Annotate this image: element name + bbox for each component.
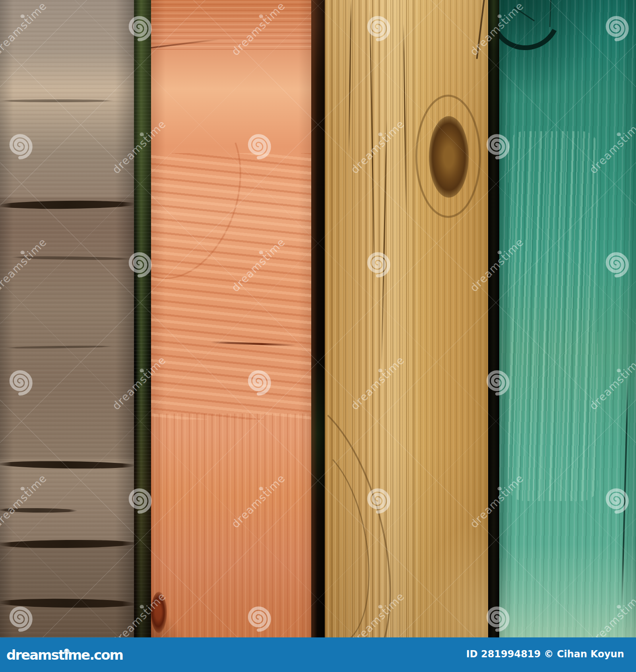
plank-golden-pine — [325, 0, 488, 637]
plank-coral-orange — [151, 0, 311, 637]
top-grain — [151, 0, 311, 50]
dreamstime-logo: dreamstime.com — [6, 647, 123, 663]
plank-gray-weathered — [0, 0, 134, 637]
plank-gap-dark — [311, 0, 325, 637]
plank-gap-mossy — [134, 0, 151, 637]
plank-gap-black — [488, 0, 499, 637]
plank-teal-painted — [499, 0, 636, 637]
footer-bar: dreamstime.com ID 281994819 © Cihan Koyu… — [0, 637, 636, 672]
light-brush-streaks — [508, 131, 598, 501]
grain-bands — [151, 153, 311, 420]
dreamstime-logo-spiral-icon — [62, 643, 71, 659]
board-seam — [0, 99, 114, 102]
bottom-light-wash — [499, 544, 636, 637]
gap-shading — [134, 0, 151, 637]
gap-shading — [488, 0, 499, 637]
image-credit-text: ID 281994819 © Cihan Koyun — [466, 648, 624, 659]
gap-shading — [311, 0, 325, 637]
wood-knot — [429, 116, 469, 198]
light-patch — [416, 517, 488, 637]
wood-planks-photo: dreamstime dreamstime dreamstime dreamst… — [0, 0, 636, 637]
bottom-grain — [151, 414, 311, 637]
stock-photo-page: dreamstime dreamstime dreamstime dreamst… — [0, 0, 636, 672]
corner-shadow — [151, 604, 187, 637]
